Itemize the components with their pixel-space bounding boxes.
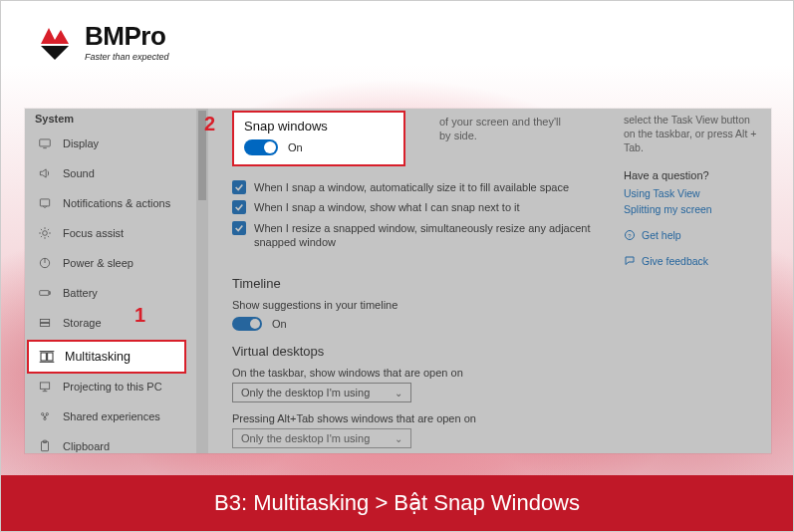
sidebar-item-battery[interactable]: Battery: [25, 278, 194, 308]
sidebar-item-label: Projecting to this PC: [63, 381, 162, 393]
svg-marker-0: [41, 28, 69, 44]
window-title: System: [35, 113, 74, 125]
svg-rect-12: [40, 383, 49, 389]
chevron-down-icon: ⌄: [395, 388, 402, 399]
help-link[interactable]: Using Task View: [624, 187, 763, 199]
snap-option-label: When I snap a window, automatically size…: [254, 180, 569, 194]
help-question: Have a question?: [624, 169, 763, 181]
brand-logo: BMPro Faster than expected: [35, 21, 169, 62]
sidebar-item-shared[interactable]: Shared experiences: [25, 401, 194, 431]
vd-taskbar-select[interactable]: Only the desktop I'm using ⌄: [232, 383, 411, 402]
settings-window: System DisplaySoundNotifications & actio…: [25, 109, 771, 453]
svg-rect-9: [49, 292, 50, 294]
give-feedback-link[interactable]: Give feedback: [624, 255, 763, 267]
snap-options-list: When I snap a window, automatically size…: [232, 180, 592, 255]
multitasking-icon: [39, 349, 55, 365]
caption-text: B3: Multitasking > Bật Snap Windows: [214, 490, 580, 516]
sidebar-item-display[interactable]: Display: [25, 129, 194, 158]
projecting-icon: [37, 379, 53, 395]
svg-rect-8: [40, 291, 49, 296]
power-icon: [37, 255, 53, 271]
sidebar-item-label: Focus assist: [63, 227, 124, 239]
svg-point-5: [43, 231, 48, 236]
logo-mark-icon: [35, 22, 75, 62]
clipboard-icon: [37, 438, 53, 453]
display-icon: [37, 135, 53, 151]
checkbox-checked-icon[interactable]: [232, 221, 246, 235]
vd-taskbar-label: On the taskbar, show windows that are op…: [232, 367, 476, 379]
storage-icon: [37, 315, 53, 331]
battery-icon: [37, 285, 53, 301]
snap-windows-state: On: [288, 141, 303, 153]
focus-icon: [37, 225, 53, 241]
feedback-icon: [624, 255, 636, 267]
snap-windows-heading: Snap windows: [244, 119, 394, 133]
sidebar-item-storage[interactable]: Storage: [25, 308, 194, 338]
sidebar-scrollbar[interactable]: [196, 109, 208, 453]
checkbox-checked-icon[interactable]: [232, 180, 246, 194]
virtual-desktops-heading: Virtual desktops: [232, 344, 476, 359]
snap-option-label: When I resize a snapped window, simultan…: [254, 221, 592, 250]
sidebar-item-label: Sound: [63, 167, 95, 179]
help-icon: ?: [624, 229, 636, 241]
vd-alttab-value: Only the desktop I'm using: [241, 432, 370, 444]
sidebar-item-label: Battery: [63, 287, 98, 299]
svg-point-15: [44, 417, 46, 419]
timeline-desc: Show suggestions in your timeline: [232, 299, 397, 311]
svg-text:?: ?: [628, 232, 632, 238]
vd-taskbar-value: Only the desktop I'm using: [241, 387, 370, 399]
settings-sidebar: DisplaySoundNotifications & actionsFocus…: [25, 127, 194, 453]
sidebar-item-label: Shared experiences: [63, 410, 160, 422]
get-help-link[interactable]: ? Get help: [624, 229, 763, 241]
snap-option[interactable]: When I snap a window, show what I can sn…: [232, 200, 592, 214]
help-tip: select the Task View button on the taskb…: [624, 113, 763, 155]
sidebar-item-multitasking-highlight[interactable]: Multitasking: [27, 340, 186, 374]
sidebar-item-focus[interactable]: Focus assist: [25, 218, 194, 248]
multitasking-label: Multitasking: [65, 350, 131, 364]
sidebar-item-label: Notifications & actions: [63, 197, 170, 209]
sidebar-item-label: Clipboard: [63, 440, 110, 452]
snap-option[interactable]: When I resize a snapped window, simultan…: [232, 221, 592, 250]
sidebar-item-label: Power & sleep: [63, 257, 133, 269]
brand-tagline: Faster than expected: [85, 52, 169, 62]
notifications-icon: [37, 195, 53, 211]
shared-icon: [37, 408, 53, 424]
sound-icon: [37, 165, 53, 181]
svg-rect-19: [48, 353, 53, 361]
snap-windows-card: Snap windows On: [232, 111, 405, 166]
brand-name: BMPro: [85, 21, 169, 52]
sidebar-item-label: Storage: [63, 317, 102, 329]
sidebar-item-notifications[interactable]: Notifications & actions: [25, 188, 194, 218]
snap-intro-fragment: of your screen and they'll by side.: [439, 115, 561, 143]
callout-number-2: 2: [204, 113, 215, 135]
sidebar-item-projecting[interactable]: Projecting to this PC: [25, 372, 194, 401]
snap-option-label: When I snap a window, show what I can sn…: [254, 200, 520, 214]
sidebar-item-label: Display: [63, 137, 99, 149]
timeline-state: On: [272, 318, 287, 330]
virtual-desktops-section: Virtual desktops On the taskbar, show wi…: [232, 344, 476, 448]
svg-rect-4: [40, 199, 49, 206]
help-link[interactable]: Splitting my screen: [624, 203, 763, 215]
svg-rect-18: [41, 353, 46, 361]
sidebar-item-clipboard[interactable]: Clipboard: [25, 431, 194, 453]
svg-rect-11: [40, 324, 49, 327]
settings-content: of your screen and they'll by side. Snap…: [212, 109, 771, 453]
checkbox-checked-icon[interactable]: [232, 200, 246, 214]
svg-rect-10: [40, 320, 49, 323]
sidebar-item-power[interactable]: Power & sleep: [25, 248, 194, 278]
timeline-heading: Timeline: [232, 276, 397, 291]
chevron-down-icon: ⌄: [395, 433, 402, 444]
svg-rect-2: [40, 139, 51, 146]
help-panel: select the Task View button on the taskb…: [624, 113, 763, 267]
callout-number-1: 1: [134, 304, 145, 327]
timeline-toggle[interactable]: [232, 317, 262, 331]
snap-option[interactable]: When I snap a window, automatically size…: [232, 180, 592, 194]
vd-alttab-select[interactable]: Only the desktop I'm using ⌄: [232, 428, 411, 448]
snap-windows-toggle[interactable]: [244, 139, 278, 155]
svg-marker-1: [41, 46, 69, 60]
timeline-section: Timeline Show suggestions in your timeli…: [232, 276, 397, 331]
sidebar-item-sound[interactable]: Sound: [25, 158, 194, 188]
vd-alttab-label: Pressing Alt+Tab shows windows that are …: [232, 412, 476, 424]
tutorial-caption: B3: Multitasking > Bật Snap Windows: [1, 475, 793, 531]
